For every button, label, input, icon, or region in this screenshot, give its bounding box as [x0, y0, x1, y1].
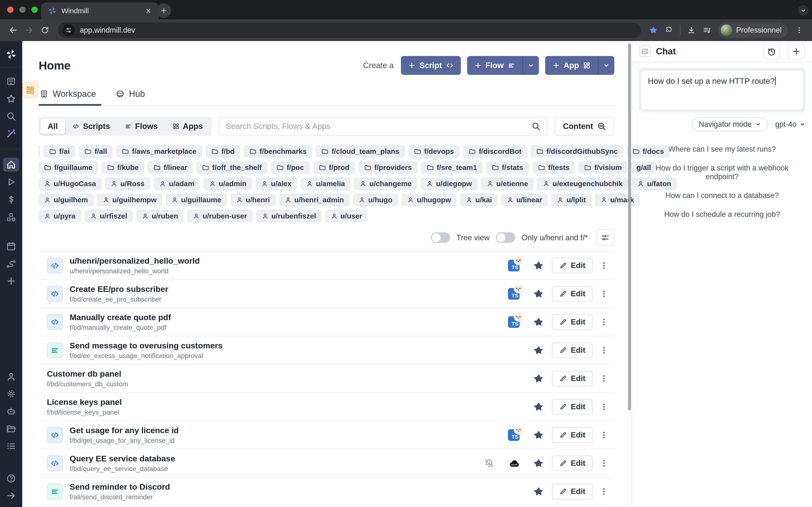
browser-profile-chip[interactable]: Professionnel: [718, 22, 788, 38]
new-chat-button[interactable]: [788, 43, 805, 60]
item-menu-button[interactable]: [594, 261, 614, 270]
user-chip[interactable]: u/henri: [231, 194, 275, 206]
suggestion-item[interactable]: How can I connect to a database?: [666, 191, 779, 200]
item-menu-button[interactable]: [594, 318, 614, 326]
user-chip[interactable]: u/mark: [595, 194, 639, 206]
folder-chip[interactable]: f/stats: [487, 162, 528, 174]
favorite-star-icon[interactable]: [527, 260, 551, 271]
sidebar-item-logs[interactable]: [5, 440, 17, 452]
favorite-star-icon[interactable]: [527, 430, 551, 441]
collapse-panel-icon[interactable]: [640, 46, 651, 57]
tab-workspace[interactable]: Workspace: [39, 89, 101, 105]
browser-menu-icon[interactable]: [793, 24, 806, 37]
user-chip[interactable]: u/etienne: [481, 178, 534, 190]
window-controls[interactable]: [7, 6, 38, 13]
user-chip[interactable]: u/rubenfiszel: [256, 210, 321, 222]
create-app-button[interactable]: App: [545, 56, 614, 75]
user-chip[interactable]: u/alex: [256, 178, 297, 190]
folder-chip[interactable]: f/benchmarks: [244, 145, 312, 157]
list-item[interactable]: License keys panel f/bd/license_keys_pan…: [39, 393, 614, 421]
user-chip[interactable]: u/diegopw: [421, 178, 477, 190]
item-title[interactable]: Customer db panel: [47, 369, 128, 379]
list-item[interactable]: Send reminder to Discord f/all/send_disc…: [39, 477, 614, 506]
user-chip[interactable]: u/linear: [501, 194, 548, 206]
item-menu-button[interactable]: [594, 459, 614, 468]
sidebar-item-variables[interactable]: [5, 194, 17, 206]
user-chip[interactable]: u/ruben-user: [188, 210, 252, 222]
sidebar-item-settings[interactable]: [5, 388, 17, 400]
minimize-window-button[interactable]: [19, 6, 26, 13]
item-title[interactable]: Get usage for any licence id: [69, 426, 179, 435]
user-chip[interactable]: u/pyra: [39, 210, 81, 222]
user-chip[interactable]: u/rfiszel: [85, 210, 133, 222]
item-title[interactable]: Query EE service database: [69, 454, 175, 463]
sidebar-item-resources[interactable]: [5, 212, 17, 223]
edit-button[interactable]: Edit: [552, 371, 593, 386]
user-chip[interactable]: u/Ross: [105, 178, 150, 190]
folder-chip[interactable]: f/ai: [44, 145, 75, 157]
folder-chip[interactable]: f/providers: [359, 162, 417, 174]
address-bar[interactable]: app.windmill.dev: [58, 22, 641, 38]
zoom-window-button[interactable]: [32, 6, 38, 13]
filter-all[interactable]: All: [40, 119, 65, 134]
item-menu-button[interactable]: [594, 374, 614, 383]
sidebar-item-folders[interactable]: [5, 423, 17, 435]
list-item[interactable]: Query EE service database f/bd/query_ee_…: [39, 449, 614, 477]
sidebar-item-help[interactable]: [5, 473, 17, 484]
app-dropdown-chevron[interactable]: [598, 56, 614, 75]
sidebar-item-home[interactable]: [3, 158, 19, 172]
folder-chip[interactable]: f/sre_team1: [421, 162, 483, 174]
suggestion-item[interactable]: Where can I see my latest runs?: [668, 145, 776, 154]
favorite-star-icon[interactable]: [527, 345, 551, 356]
suggestion-item[interactable]: How do I schedule a recurring job?: [664, 210, 780, 219]
search-input[interactable]: Search Scripts, Flows & Apps: [219, 117, 547, 136]
item-title[interactable]: Manually create quote pdf: [69, 313, 171, 322]
folder-chip[interactable]: f/off_the_shelf: [197, 162, 267, 174]
folder-chip[interactable]: f/all: [79, 145, 112, 157]
user-chip[interactable]: u/guilhempw: [97, 194, 162, 206]
folder-chip[interactable]: f/bd: [206, 145, 240, 157]
tab-search-button[interactable]: [798, 5, 809, 16]
edit-button[interactable]: Edit: [552, 427, 593, 443]
folder-chip[interactable]: f/prod: [313, 162, 355, 174]
item-menu-button[interactable]: [594, 402, 614, 411]
user-chip[interactable]: u/guilhem: [39, 194, 93, 206]
favorite-star-icon[interactable]: [527, 373, 551, 384]
folder-chip[interactable]: f/discordBot: [463, 145, 527, 157]
new-tab-button[interactable]: [157, 3, 171, 18]
back-button[interactable]: [6, 23, 20, 37]
reload-button[interactable]: [38, 23, 52, 37]
favorite-star-icon[interactable]: [527, 458, 551, 469]
item-menu-button[interactable]: [594, 431, 614, 439]
item-title[interactable]: Send message to overusing customers: [69, 341, 222, 350]
item-title[interactable]: Create EE/pro subscriber: [69, 284, 168, 294]
list-item[interactable]: Customer db panel f/bd/customers_db_cust…: [39, 364, 614, 393]
user-chip[interactable]: u/user: [325, 210, 367, 222]
folder-chip[interactable]: f/guillaume: [39, 162, 98, 174]
sidebar-item-workspace[interactable]: [5, 75, 17, 87]
favorite-star-icon[interactable]: [527, 288, 551, 299]
item-title[interactable]: Send reminder to Discord: [69, 482, 170, 492]
sidebar-item-favorites[interactable]: [5, 93, 17, 105]
forward-button[interactable]: [22, 23, 36, 37]
blank-chip[interactable]: [39, 145, 40, 157]
tree-view-toggle[interactable]: [431, 232, 450, 243]
only-henri-toggle[interactable]: [496, 232, 515, 243]
favorite-star-icon[interactable]: [527, 317, 551, 328]
user-chip[interactable]: u/adam: [154, 178, 200, 190]
sidebar-item-ai[interactable]: [5, 128, 17, 139]
user-chip[interactable]: u/guillaume: [166, 194, 227, 206]
user-chip[interactable]: u/faton: [632, 178, 676, 190]
model-select[interactable]: gpt-4o: [775, 120, 806, 129]
sidebar-item-routes[interactable]: [5, 258, 17, 270]
user-chip[interactable]: u/exteugenchubchik: [538, 178, 628, 190]
favorite-star-icon[interactable]: [527, 486, 551, 497]
sidebar-item-search[interactable]: [5, 111, 17, 122]
sidebar-item-users[interactable]: [5, 371, 17, 382]
sidebar-item-workers[interactable]: [5, 406, 17, 417]
site-settings-icon[interactable]: [62, 24, 75, 37]
list-item[interactable]: Create EE/pro subscriber f/bd/create_ee_…: [39, 280, 614, 308]
folder-chip[interactable]: f/linear: [148, 162, 193, 174]
sidebar-item-runs[interactable]: [5, 176, 17, 188]
user-chip[interactable]: u/amelia: [301, 178, 350, 190]
